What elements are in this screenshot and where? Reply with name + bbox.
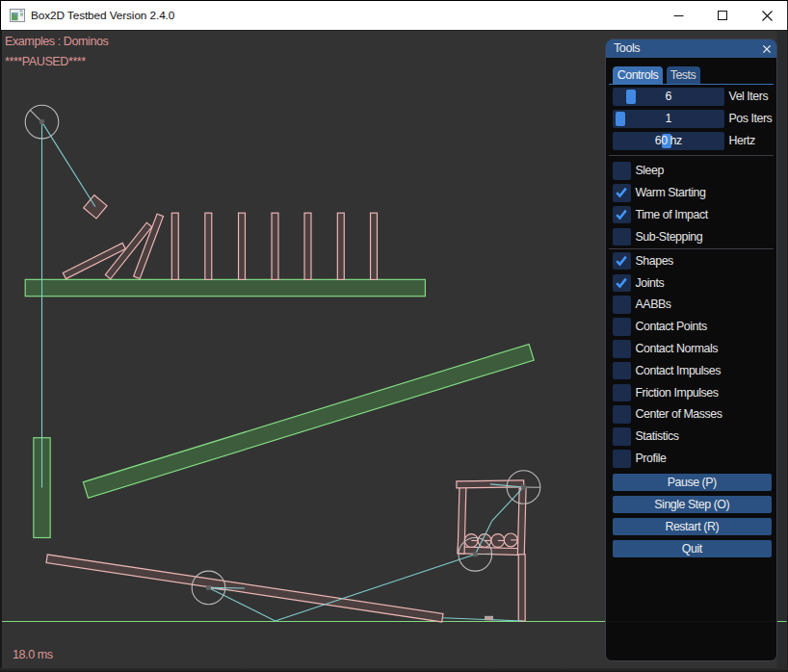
checkbox-sub-stepping[interactable]: Sub-Stepping <box>613 228 771 246</box>
window-edge-left <box>0 30 2 672</box>
checkbox-profile[interactable]: Profile <box>613 450 771 468</box>
pause-p-button[interactable]: Pause (P) <box>613 474 772 492</box>
restart-r-button[interactable]: Restart (R) <box>613 518 772 536</box>
joint-angle-indicator-3 <box>475 554 491 555</box>
joint-anchor-point-3 <box>473 552 478 556</box>
domino-4 <box>171 213 178 279</box>
slider-value: 6 <box>613 88 724 106</box>
frame-time-label: 18.0 ms <box>13 648 53 661</box>
app-icon <box>10 9 25 22</box>
window-titlebar[interactable]: Box2D Testbed Version 2.4.0 <box>0 0 788 30</box>
quit-button[interactable]: Quit <box>613 540 772 558</box>
checkbox-time-of-impact[interactable]: Time of Impact <box>613 206 771 224</box>
checkbox-label: Contact Points <box>636 318 707 336</box>
checkbox-shapes[interactable]: Shapes <box>613 252 771 271</box>
checkbox-contact-points[interactable]: Contact Points <box>613 318 771 336</box>
slider-pos-iters[interactable]: 1 Pos Iters <box>613 110 771 128</box>
checkbox-box[interactable] <box>613 296 631 314</box>
checkbox-friction-impulses[interactable]: Friction Impulses <box>613 384 771 402</box>
application-window: Examples : Dominos ****PAUSED**** 18.0 m… <box>0 0 788 672</box>
checkbox-statistics[interactable]: Statistics <box>613 427 771 446</box>
checkbox-label: Profile <box>636 450 667 468</box>
checkbox-box[interactable] <box>613 252 631 271</box>
domino-9 <box>337 213 344 279</box>
checkbox-label: Joints <box>636 274 665 293</box>
checkbox-label: Time of Impact <box>636 206 708 224</box>
checkbox-label: Shapes <box>636 252 673 271</box>
window-edge-top <box>0 30 788 31</box>
checkbox-box[interactable] <box>613 206 631 224</box>
checkbox-box[interactable] <box>613 274 631 293</box>
maximize-button[interactable] <box>700 1 745 31</box>
checkbox-box[interactable] <box>613 427 631 446</box>
slider-hertz[interactable]: 60 hz Hertz <box>613 132 771 150</box>
checkbox-center-of-masses[interactable]: Center of Masses <box>613 405 771 424</box>
slider-label: Hertz <box>729 132 755 150</box>
tab-controls[interactable]: Controls <box>613 66 663 84</box>
domino-10 <box>371 213 378 279</box>
separator <box>609 155 774 156</box>
window-title: Box2D Testbed Version 2.4.0 <box>31 1 174 31</box>
tools-panel-title: Tools <box>614 41 640 55</box>
domino-5 <box>205 213 212 279</box>
checkbox-sleep[interactable]: Sleep <box>613 162 771 180</box>
slider-vel-iters[interactable]: 6 Vel Iters <box>613 88 771 106</box>
domino-6 <box>239 213 246 279</box>
slider-value: 1 <box>613 110 724 128</box>
checkbox-box[interactable] <box>613 318 631 336</box>
checkbox-label: Center of Masses <box>636 405 722 424</box>
joint-anchor-point-1 <box>39 119 44 124</box>
checkbox-box[interactable] <box>613 450 631 468</box>
checkbox-warm-starting[interactable]: Warm Starting <box>613 184 771 202</box>
checkbox-box[interactable] <box>613 340 631 358</box>
checkbox-box[interactable] <box>613 405 631 424</box>
slider-label: Vel Iters <box>729 88 769 106</box>
close-button[interactable] <box>745 1 788 31</box>
checkbox-label: AABBs <box>636 296 671 314</box>
domino-8 <box>304 213 311 279</box>
checkbox-label: Sleep <box>636 162 664 180</box>
checkbox-box[interactable] <box>613 162 631 180</box>
tab-tests[interactable]: Tests <box>667 66 700 84</box>
checkbox-box[interactable] <box>613 228 631 246</box>
example-name-label: Examples : Dominos <box>5 35 108 48</box>
window-edge-bottom <box>0 668 788 672</box>
tools-panel: Tools Controls Tests 6 Vel Iters 1 Pos I… <box>605 39 777 661</box>
checkbox-label: Sub-Stepping <box>636 228 703 246</box>
checkbox-box[interactable] <box>613 362 631 380</box>
minimize-button[interactable] <box>656 1 700 31</box>
checkbox-contact-normals[interactable]: Contact Normals <box>613 340 771 358</box>
checkbox-label: Contact Impulses <box>636 362 722 380</box>
tab-underline <box>609 84 774 85</box>
checkbox-label: Friction Impulses <box>636 384 719 402</box>
checkbox-box[interactable] <box>613 384 631 402</box>
checkbox-aabbs[interactable]: AABBs <box>613 296 771 314</box>
domino-7 <box>272 213 278 279</box>
slider-value: 60 hz <box>613 132 724 150</box>
rest-length-marker <box>485 616 493 621</box>
cradle-rwall <box>517 488 526 555</box>
checkbox-box[interactable] <box>613 184 631 202</box>
checkbox-label: Statistics <box>636 427 679 446</box>
slider-label: Pos Iters <box>729 110 773 128</box>
paused-status-label: ****PAUSED**** <box>5 55 86 68</box>
separator <box>609 248 774 249</box>
right-gutter <box>777 30 787 672</box>
domino-shelf <box>25 279 425 296</box>
joint-anchor-point-4 <box>521 485 526 490</box>
checkbox-joints[interactable]: Joints <box>613 274 771 293</box>
tools-panel-titlebar[interactable]: Tools <box>606 39 776 58</box>
checkbox-label: Contact Normals <box>636 340 719 358</box>
ground-bar <box>518 555 525 621</box>
checkbox-contact-impulses[interactable]: Contact Impulses <box>613 362 771 380</box>
tools-close-icon[interactable] <box>762 44 772 54</box>
checkbox-label: Warm Starting <box>636 184 706 202</box>
single-step-o-button[interactable]: Single Step (O) <box>613 496 772 514</box>
joint-anchor-point-2 <box>206 585 211 590</box>
